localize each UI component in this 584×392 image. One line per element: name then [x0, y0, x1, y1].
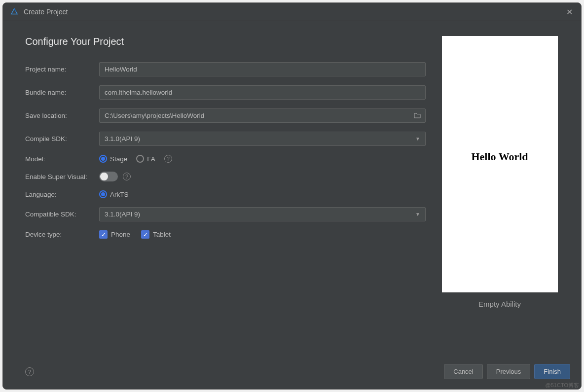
label-project-name: Project name:	[25, 66, 99, 73]
page-heading: Configure Your Project	[25, 36, 426, 47]
create-project-dialog: Create Project ✕ Configure Your Project …	[2, 2, 582, 390]
window-title: Create Project	[24, 8, 564, 16]
radio-checked-icon	[99, 190, 107, 198]
app-logo-icon	[10, 7, 19, 16]
compatible-sdk-dropdown[interactable]: 3.1.0(API 9) ▼	[99, 207, 426, 221]
browse-folder-icon[interactable]	[414, 111, 421, 120]
row-compile-sdk: Compile SDK: 3.1.0(API 9) ▼	[25, 132, 426, 146]
watermark: @51CTO博客	[546, 382, 579, 389]
row-super-visual: Enable Super Visual: ?	[25, 172, 426, 181]
chevron-down-icon: ▼	[415, 136, 420, 142]
row-model: Model: Stage FA ?	[25, 155, 426, 163]
project-name-input[interactable]	[99, 62, 426, 76]
compile-sdk-dropdown[interactable]: 3.1.0(API 9) ▼	[99, 132, 426, 146]
device-phone-checkbox[interactable]: ✓ Phone	[99, 230, 130, 239]
dialog-footer: ? Cancel Previous Finish	[3, 357, 581, 389]
radio-unchecked-icon	[136, 155, 144, 163]
preview-area: Hello World Empty Ability	[440, 36, 559, 352]
row-project-name: Project name:	[25, 62, 426, 76]
compatible-sdk-value: 3.1.0(API 9)	[105, 211, 140, 218]
cancel-button[interactable]: Cancel	[444, 364, 482, 379]
checkbox-checked-icon: ✓	[141, 230, 149, 239]
row-device-type: Device type: ✓ Phone ✓ Tablet	[25, 230, 426, 239]
label-super-visual: Enable Super Visual:	[25, 173, 99, 180]
device-tablet-label: Tablet	[153, 231, 171, 238]
save-location-input[interactable]	[99, 108, 426, 123]
preview-label: Empty Ability	[478, 300, 521, 308]
label-device-type: Device type:	[25, 231, 99, 238]
previous-button[interactable]: Previous	[487, 364, 531, 379]
row-compatible-sdk: Compatible SDK: 3.1.0(API 9) ▼	[25, 207, 426, 221]
compile-sdk-value: 3.1.0(API 9)	[105, 135, 140, 143]
preview-canvas: Hello World	[442, 36, 558, 292]
model-stage-radio[interactable]: Stage	[99, 155, 127, 163]
label-language: Language:	[25, 191, 99, 198]
label-compatible-sdk: Compatible SDK:	[25, 211, 99, 218]
chevron-down-icon: ▼	[415, 212, 420, 217]
finish-button[interactable]: Finish	[534, 364, 570, 379]
row-bundle-name: Bundle name:	[25, 85, 426, 100]
help-super-visual-icon[interactable]: ?	[123, 173, 131, 180]
model-fa-radio[interactable]: FA	[136, 155, 155, 163]
dialog-content: Configure Your Project Project name: Bun…	[3, 21, 581, 357]
help-footer-icon[interactable]: ?	[25, 367, 34, 376]
row-language: Language: ArkTS	[25, 190, 426, 198]
preview-text: Hello World	[471, 150, 528, 163]
form-area: Configure Your Project Project name: Bun…	[25, 36, 440, 352]
device-tablet-checkbox[interactable]: ✓ Tablet	[141, 230, 171, 239]
label-bundle-name: Bundle name:	[25, 89, 99, 96]
language-arkts-label: ArkTS	[110, 191, 129, 198]
model-stage-label: Stage	[110, 155, 127, 163]
label-compile-sdk: Compile SDK:	[25, 135, 99, 143]
help-model-icon[interactable]: ?	[164, 155, 172, 163]
close-icon[interactable]: ✕	[564, 7, 574, 17]
label-model: Model:	[25, 155, 99, 163]
super-visual-toggle[interactable]	[99, 172, 118, 181]
language-arkts-radio[interactable]: ArkTS	[99, 190, 129, 198]
row-save-location: Save location:	[25, 108, 426, 123]
title-bar: Create Project ✕	[3, 3, 581, 21]
bundle-name-input[interactable]	[99, 85, 426, 100]
checkbox-checked-icon: ✓	[99, 230, 108, 239]
model-fa-label: FA	[147, 155, 155, 163]
device-phone-label: Phone	[111, 231, 130, 238]
label-save-location: Save location:	[25, 112, 99, 119]
radio-checked-icon	[99, 155, 107, 163]
